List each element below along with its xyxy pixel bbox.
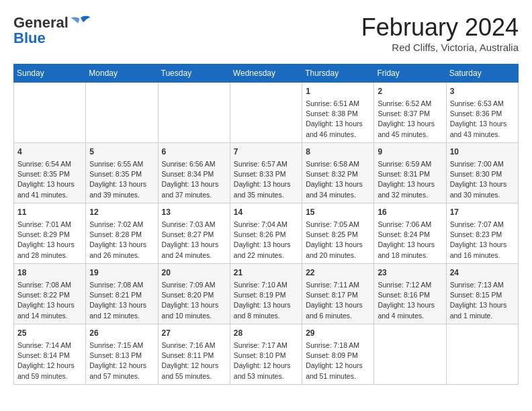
location: Red Cliffs, Victoria, Australia <box>361 42 519 53</box>
day-number: 21 <box>234 267 298 279</box>
calendar-cell: 18Sunrise: 7:08 AMSunset: 8:22 PMDayligh… <box>14 264 86 324</box>
day-info: Sunrise: 6:59 AMSunset: 8:31 PMDaylight:… <box>378 159 442 200</box>
day-info: Sunrise: 7:03 AMSunset: 8:27 PMDaylight:… <box>162 220 226 261</box>
calendar-cell: 8Sunrise: 6:58 AMSunset: 8:32 PMDaylight… <box>302 143 374 203</box>
day-number: 2 <box>378 85 442 97</box>
logo-blue: Blue <box>13 30 46 47</box>
day-number: 27 <box>162 327 226 339</box>
day-info: Sunrise: 7:18 AMSunset: 8:09 PMDaylight:… <box>306 340 370 381</box>
calendar-cell: 26Sunrise: 7:15 AMSunset: 8:13 PMDayligh… <box>86 324 158 385</box>
calendar-header: SundayMondayTuesdayWednesdayThursdayFrid… <box>14 64 519 83</box>
day-info: Sunrise: 6:57 AMSunset: 8:33 PMDaylight:… <box>234 159 298 200</box>
calendar-cell: 29Sunrise: 7:18 AMSunset: 8:09 PMDayligh… <box>302 324 374 385</box>
calendar-body: 1Sunrise: 6:51 AMSunset: 8:38 PMDaylight… <box>14 83 519 385</box>
day-info: Sunrise: 7:02 AMSunset: 8:28 PMDaylight:… <box>89 220 154 261</box>
day-number: 24 <box>450 267 515 279</box>
calendar-cell: 20Sunrise: 7:09 AMSunset: 8:20 PMDayligh… <box>158 264 230 324</box>
week-row-3: 11Sunrise: 7:01 AMSunset: 8:29 PMDayligh… <box>14 203 519 264</box>
month-year: February 2024 <box>361 13 519 42</box>
calendar-cell <box>14 83 86 143</box>
day-info: Sunrise: 7:05 AMSunset: 8:25 PMDaylight:… <box>306 220 370 261</box>
calendar-table: SundayMondayTuesdayWednesdayThursdayFrid… <box>13 64 519 385</box>
day-number: 16 <box>378 206 442 218</box>
day-info: Sunrise: 7:09 AMSunset: 8:20 PMDaylight:… <box>162 280 226 321</box>
day-info: Sunrise: 6:51 AMSunset: 8:38 PMDaylight:… <box>306 99 370 140</box>
calendar-cell: 22Sunrise: 7:11 AMSunset: 8:17 PMDayligh… <box>302 264 374 324</box>
calendar-cell: 13Sunrise: 7:03 AMSunset: 8:27 PMDayligh… <box>158 203 230 264</box>
day-info: Sunrise: 6:58 AMSunset: 8:32 PMDaylight:… <box>306 159 370 200</box>
header-wednesday: Wednesday <box>230 64 302 83</box>
day-info: Sunrise: 7:08 AMSunset: 8:22 PMDaylight:… <box>17 280 82 321</box>
calendar-cell: 6Sunrise: 6:56 AMSunset: 8:34 PMDaylight… <box>158 143 230 203</box>
calendar-cell: 14Sunrise: 7:04 AMSunset: 8:26 PMDayligh… <box>230 203 302 264</box>
day-info: Sunrise: 7:00 AMSunset: 8:30 PMDaylight:… <box>450 159 515 200</box>
day-info: Sunrise: 7:10 AMSunset: 8:19 PMDaylight:… <box>234 280 298 321</box>
day-number: 20 <box>162 267 226 279</box>
calendar-cell: 4Sunrise: 6:54 AMSunset: 8:35 PMDaylight… <box>14 143 86 203</box>
calendar-cell <box>374 324 446 385</box>
day-number: 12 <box>89 206 154 218</box>
day-number: 3 <box>450 85 515 97</box>
header-sunday: Sunday <box>14 64 86 83</box>
day-number: 18 <box>17 267 82 279</box>
day-number: 19 <box>89 267 154 279</box>
calendar-cell: 17Sunrise: 7:07 AMSunset: 8:23 PMDayligh… <box>446 203 518 264</box>
header-thursday: Thursday <box>302 64 374 83</box>
week-row-2: 4Sunrise: 6:54 AMSunset: 8:35 PMDaylight… <box>14 143 519 203</box>
day-number: 23 <box>378 267 442 279</box>
day-number: 10 <box>450 146 515 158</box>
day-number: 14 <box>234 206 298 218</box>
calendar-cell: 11Sunrise: 7:01 AMSunset: 8:29 PMDayligh… <box>14 203 86 264</box>
logo: General Blue <box>13 13 91 47</box>
calendar-cell: 23Sunrise: 7:12 AMSunset: 8:16 PMDayligh… <box>374 264 446 324</box>
header-row: SundayMondayTuesdayWednesdayThursdayFrid… <box>14 64 519 83</box>
calendar-cell: 10Sunrise: 7:00 AMSunset: 8:30 PMDayligh… <box>446 143 518 203</box>
day-number: 7 <box>234 146 298 158</box>
calendar-cell: 9Sunrise: 6:59 AMSunset: 8:31 PMDaylight… <box>374 143 446 203</box>
day-number: 1 <box>306 85 370 97</box>
day-number: 22 <box>306 267 370 279</box>
day-number: 13 <box>162 206 226 218</box>
week-row-1: 1Sunrise: 6:51 AMSunset: 8:38 PMDaylight… <box>14 83 519 143</box>
day-info: Sunrise: 7:01 AMSunset: 8:29 PMDaylight:… <box>17 220 82 261</box>
day-info: Sunrise: 6:54 AMSunset: 8:35 PMDaylight:… <box>17 159 82 200</box>
day-number: 15 <box>306 206 370 218</box>
calendar-cell: 1Sunrise: 6:51 AMSunset: 8:38 PMDaylight… <box>302 83 374 143</box>
day-number: 9 <box>378 146 442 158</box>
calendar-cell: 15Sunrise: 7:05 AMSunset: 8:25 PMDayligh… <box>302 203 374 264</box>
header-tuesday: Tuesday <box>158 64 230 83</box>
day-number: 11 <box>17 206 82 218</box>
day-number: 25 <box>17 327 82 339</box>
day-number: 8 <box>306 146 370 158</box>
day-info: Sunrise: 7:04 AMSunset: 8:26 PMDaylight:… <box>234 220 298 261</box>
week-row-5: 25Sunrise: 7:14 AMSunset: 8:14 PMDayligh… <box>14 324 519 385</box>
calendar-cell <box>446 324 518 385</box>
day-number: 4 <box>17 146 82 158</box>
day-info: Sunrise: 7:15 AMSunset: 8:13 PMDaylight:… <box>89 340 154 381</box>
day-number: 29 <box>306 327 370 339</box>
day-info: Sunrise: 7:08 AMSunset: 8:21 PMDaylight:… <box>89 280 154 321</box>
header-friday: Friday <box>374 64 446 83</box>
header-monday: Monday <box>86 64 158 83</box>
day-info: Sunrise: 7:11 AMSunset: 8:17 PMDaylight:… <box>306 280 370 321</box>
day-number: 28 <box>234 327 298 339</box>
day-info: Sunrise: 6:56 AMSunset: 8:34 PMDaylight:… <box>162 159 226 200</box>
day-info: Sunrise: 6:53 AMSunset: 8:36 PMDaylight:… <box>450 99 515 140</box>
day-number: 17 <box>450 206 515 218</box>
logo-general: General <box>13 15 69 31</box>
day-info: Sunrise: 7:06 AMSunset: 8:24 PMDaylight:… <box>378 220 442 261</box>
calendar-cell: 2Sunrise: 6:52 AMSunset: 8:37 PMDaylight… <box>374 83 446 143</box>
day-number: 6 <box>162 146 226 158</box>
header-saturday: Saturday <box>446 64 518 83</box>
title-block: February 2024 Red Cliffs, Victoria, Aust… <box>361 13 519 53</box>
day-info: Sunrise: 7:14 AMSunset: 8:14 PMDaylight:… <box>17 340 82 381</box>
calendar-cell: 12Sunrise: 7:02 AMSunset: 8:28 PMDayligh… <box>86 203 158 264</box>
calendar-cell: 5Sunrise: 6:55 AMSunset: 8:35 PMDaylight… <box>86 143 158 203</box>
calendar-cell <box>86 83 158 143</box>
calendar-cell: 21Sunrise: 7:10 AMSunset: 8:19 PMDayligh… <box>230 264 302 324</box>
day-info: Sunrise: 7:12 AMSunset: 8:16 PMDaylight:… <box>378 280 442 321</box>
calendar-cell: 19Sunrise: 7:08 AMSunset: 8:21 PMDayligh… <box>86 264 158 324</box>
day-info: Sunrise: 6:52 AMSunset: 8:37 PMDaylight:… <box>378 99 442 140</box>
page-header: General Blue February 2024 Red Cliffs, V… <box>13 13 519 53</box>
day-number: 5 <box>89 146 154 158</box>
